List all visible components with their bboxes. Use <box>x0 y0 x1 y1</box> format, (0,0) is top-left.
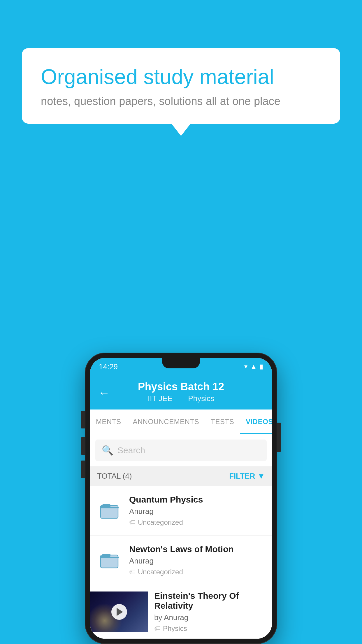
play-button-3[interactable] <box>111 604 127 620</box>
video-author-3: by Anurag <box>154 613 266 622</box>
video-item-3[interactable]: Einstein's Theory Of Relativity by Anura… <box>90 585 272 639</box>
tag-label-2: Uncategorized <box>138 568 183 576</box>
video-info-1: Quantum Physics Anurag 🏷 Uncategorized <box>129 495 265 526</box>
subtitle-separator <box>179 394 183 403</box>
speech-bubble-container: Organised study material notes, question… <box>22 48 340 124</box>
filter-icon: ▼ <box>257 472 265 481</box>
tag-icon-1: 🏷 <box>129 519 136 526</box>
app-header: ← Physics Batch 12 IIT JEE Physics <box>90 375 272 410</box>
tab-videos[interactable]: VIDEOS <box>240 410 272 434</box>
app-header-subtitle: IIT JEE Physics <box>99 394 263 403</box>
video-info-3: Einstein's Theory Of Relativity by Anura… <box>148 585 272 638</box>
subtitle-part1: IIT JEE <box>148 394 173 403</box>
phone-notch <box>162 358 200 368</box>
signal-icon: ▲ <box>250 363 257 370</box>
video-info-2: Newton's Laws of Motion Anurag 🏷 Uncateg… <box>129 544 265 576</box>
speech-bubble-title: Organised study material <box>41 64 321 89</box>
video-list: Quantum Physics Anurag 🏷 Uncategorized <box>90 486 272 639</box>
filter-bar: TOTAL (4) FILTER ▼ <box>90 466 272 486</box>
video-title-3: Einstein's Theory Of Relativity <box>154 591 266 611</box>
folder-icon-1 <box>97 498 123 524</box>
tab-announcements[interactable]: ANNOUNCEMENTS <box>127 410 205 434</box>
status-icons: ▾ ▲ ▮ <box>244 363 263 370</box>
video-thumbnail-3 <box>90 592 148 632</box>
video-tag-3: 🏷 Physics <box>154 624 266 633</box>
search-bar[interactable]: 🔍 Search <box>95 440 267 461</box>
video-item-1[interactable]: Quantum Physics Anurag 🏷 Uncategorized <box>90 486 272 536</box>
battery-icon: ▮ <box>260 363 263 370</box>
video-tag-2: 🏷 Uncategorized <box>129 568 265 576</box>
video-author-1: Anurag <box>129 507 265 516</box>
phone-outer-shell: 14:29 ▾ ▲ ▮ ← Physics Batch 12 IIT JEE P… <box>85 353 277 644</box>
video-title-1: Quantum Physics <box>129 495 265 505</box>
video-title-2: Newton's Laws of Motion <box>129 544 265 554</box>
phone-mockup: 14:29 ▾ ▲ ▮ ← Physics Batch 12 IIT JEE P… <box>85 353 277 644</box>
svg-rect-3 <box>102 554 110 557</box>
tag-icon-3: 🏷 <box>154 625 161 632</box>
svg-rect-1 <box>102 504 110 507</box>
wifi-icon: ▾ <box>244 363 247 370</box>
app-header-title: Physics Batch 12 <box>99 381 263 393</box>
status-time: 14:29 <box>99 362 118 371</box>
speech-bubble: Organised study material notes, question… <box>22 48 340 124</box>
tab-ments[interactable]: MENTS <box>90 410 127 434</box>
subtitle-part2: Physics <box>188 394 214 403</box>
tab-tests[interactable]: TESTS <box>205 410 240 434</box>
search-icon: 🔍 <box>102 445 113 456</box>
filter-button[interactable]: FILTER ▼ <box>229 472 265 481</box>
phone-screen: 14:29 ▾ ▲ ▮ ← Physics Batch 12 IIT JEE P… <box>90 358 272 639</box>
folder-icon-2 <box>97 547 123 573</box>
play-triangle-icon <box>117 608 123 616</box>
tag-icon-2: 🏷 <box>129 568 136 576</box>
video-tag-1: 🏷 Uncategorized <box>129 518 265 526</box>
video-author-2: Anurag <box>129 556 265 566</box>
back-button[interactable]: ← <box>98 386 110 399</box>
tab-bar: MENTS ANNOUNCEMENTS TESTS VIDEOS <box>90 410 272 434</box>
filter-label: FILTER <box>229 472 255 481</box>
total-count: TOTAL (4) <box>97 472 132 481</box>
tag-label-3: Physics <box>163 624 187 633</box>
tag-label-1: Uncategorized <box>138 518 183 526</box>
video-item-2[interactable]: Newton's Laws of Motion Anurag 🏷 Uncateg… <box>90 536 272 585</box>
speech-bubble-subtitle: notes, question papers, solutions all at… <box>41 95 321 108</box>
search-placeholder: Search <box>117 445 145 455</box>
